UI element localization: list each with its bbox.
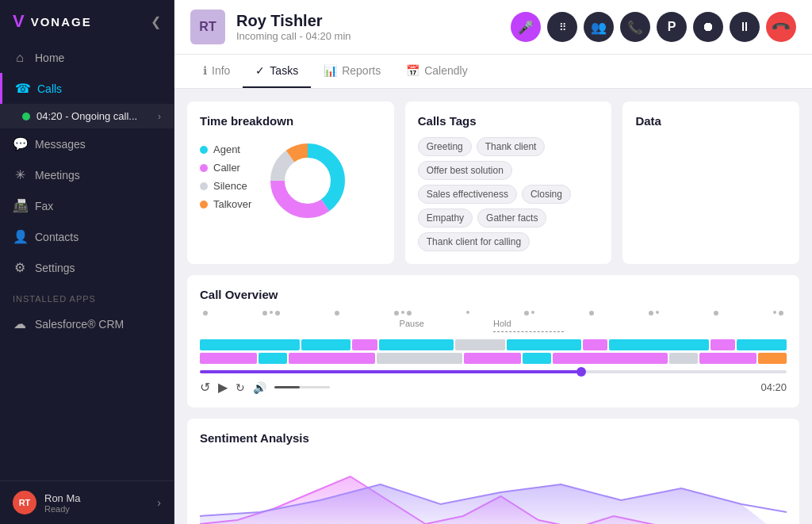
sentiment-chart: [200, 461, 787, 524]
legend-talkover: Talkover: [200, 198, 251, 210]
sidebar-item-home[interactable]: ⌂ Home: [0, 43, 174, 73]
sidebar-collapse-button[interactable]: ❮: [151, 14, 161, 29]
sidebar-item-settings[interactable]: ⚙ Settings: [0, 252, 174, 283]
call-controls: 🎤 ⠿ 👥 📞 P ⏺ ⏸ 📞: [511, 12, 796, 42]
bar-seg: [377, 353, 462, 364]
transfer-button[interactable]: 📞: [620, 12, 650, 42]
tab-reports[interactable]: 📊 Reports: [311, 55, 393, 88]
tag-1[interactable]: Thank client: [477, 137, 546, 156]
caller-name: Roy Tishler: [236, 12, 351, 30]
footer-chevron[interactable]: ›: [157, 496, 161, 509]
hold-label: Hold: [493, 319, 511, 328]
p-icon: P: [668, 20, 676, 34]
reports-icon: 📊: [324, 64, 337, 77]
tab-calendly[interactable]: 📅 Calendly: [393, 55, 480, 88]
bar-seg: [301, 339, 351, 350]
sidebar-item-salesforce[interactable]: ☁ Salesforce® CRM: [0, 308, 174, 339]
calls-icon: ☎: [15, 81, 29, 96]
sidebar-item-calls[interactable]: ☎ Calls: [0, 73, 174, 104]
tag-4[interactable]: Closing: [522, 185, 571, 204]
bar-seg: [523, 353, 551, 364]
active-call-label: 04:20 - Ongoing call...: [36, 110, 137, 122]
tl-dot: [275, 311, 280, 316]
active-call-info: 04:20 - Ongoing call...: [22, 110, 137, 122]
tl-dot-sm: [270, 311, 273, 314]
time-breakdown-inner: Agent Caller Silence Talkover: [200, 137, 381, 216]
caller-avatar: RT: [190, 10, 225, 44]
call-overview-card: Call Overview Pause Hold: [187, 275, 799, 407]
call-status-text: Incoming call - 04:20 min: [236, 30, 351, 42]
bar-seg: [609, 339, 709, 350]
tl-dot: [589, 311, 594, 316]
tl-dot-sm: [656, 311, 659, 314]
active-indicator: [22, 113, 30, 120]
time-breakdown-legend: Agent Caller Silence Talkover: [200, 143, 251, 210]
talkover-dot: [200, 201, 208, 208]
tag-0[interactable]: Greeting: [418, 137, 472, 156]
end-call-icon: 📞: [770, 16, 792, 38]
record-button[interactable]: ⏺: [693, 12, 723, 42]
sidebar-item-fax[interactable]: 📠 Fax: [0, 190, 174, 221]
sidebar-item-meetings[interactable]: ✳ Meetings: [0, 159, 174, 190]
sidebar: V VONAGE ❮ ⌂ Home ☎ Calls 04:20 - Ongoin…: [0, 0, 174, 524]
progress-track[interactable]: [200, 370, 787, 373]
tab-tasks[interactable]: ✓ Tasks: [243, 55, 311, 88]
call-header: RT Roy Tishler Incoming call - 04:20 min…: [174, 0, 812, 55]
p-button[interactable]: P: [657, 12, 687, 42]
time-breakdown-title: Time breakdown: [200, 114, 381, 128]
tab-tasks-label: Tasks: [270, 64, 298, 77]
bar-seg: [289, 353, 374, 364]
contacts-ctrl-icon: 👥: [591, 20, 607, 35]
sidebar-item-calls-label: Calls: [37, 82, 62, 95]
forward-button[interactable]: ↻: [236, 381, 245, 394]
bar-seg: [699, 353, 756, 364]
caller-initials: RT: [199, 20, 216, 34]
sidebar-item-messages[interactable]: 💬 Messages: [0, 128, 174, 159]
tag-5[interactable]: Empathy: [418, 208, 473, 228]
home-icon: ⌂: [13, 51, 27, 65]
keypad-button[interactable]: ⠿: [547, 12, 577, 42]
active-call-item[interactable]: 04:20 - Ongoing call... ›: [0, 104, 174, 128]
hold-button[interactable]: ⏸: [730, 12, 760, 42]
tl-dot: [466, 311, 469, 314]
playback-time: 04:20: [760, 381, 787, 393]
sidebar-item-meetings-label: Meetings: [35, 169, 80, 182]
vonage-v-icon: V: [13, 11, 25, 32]
tag-3[interactable]: Sales effectiveness: [418, 185, 517, 204]
tags-container: Greeting Thank client Offer best solutio…: [418, 137, 599, 251]
svg-point-4: [285, 159, 330, 203]
bar-seg: [464, 353, 521, 364]
keypad-icon: ⠿: [559, 21, 566, 33]
bar-row-top: [200, 339, 787, 350]
sidebar-item-salesforce-label: Salesforce® CRM: [35, 318, 124, 331]
tl-dot: [262, 311, 267, 316]
legend-agent: Agent: [200, 143, 251, 155]
tl-dot: [203, 311, 208, 316]
bar-seg: [200, 353, 257, 364]
tl-dot-sm: [531, 311, 534, 314]
tag-6[interactable]: Gather facts: [477, 208, 546, 228]
main-tabs: ℹ Info ✓ Tasks 📊 Reports 📅 Calendly: [174, 55, 812, 89]
play-button[interactable]: ▶: [218, 380, 228, 395]
mute-button[interactable]: 🎤: [511, 12, 541, 42]
tag-7[interactable]: Thank client for calling: [418, 232, 530, 251]
end-call-button[interactable]: 📞: [766, 12, 796, 42]
user-status: Ready: [44, 504, 81, 514]
avatar: RT: [13, 491, 36, 514]
messages-icon: 💬: [13, 136, 27, 151]
calls-tags-title: Calls Tags: [418, 114, 599, 128]
progress-thumb: [576, 367, 586, 377]
bar-seg: [710, 339, 735, 350]
rewind-button[interactable]: ↺: [200, 380, 210, 395]
tl-dot: [524, 311, 529, 316]
bar-seg: [583, 339, 607, 350]
contacts-button[interactable]: 👥: [584, 12, 614, 42]
sidebar-item-contacts[interactable]: 👤 Contacts: [0, 221, 174, 252]
tl-dot: [335, 311, 339, 316]
tag-2[interactable]: Offer best solution: [418, 161, 512, 180]
progress-bar-container[interactable]: [200, 370, 787, 373]
tab-info[interactable]: ℹ Info: [190, 55, 243, 88]
volume-slider[interactable]: [274, 386, 330, 388]
hold-line: [493, 331, 564, 332]
tl-dot: [649, 311, 653, 316]
